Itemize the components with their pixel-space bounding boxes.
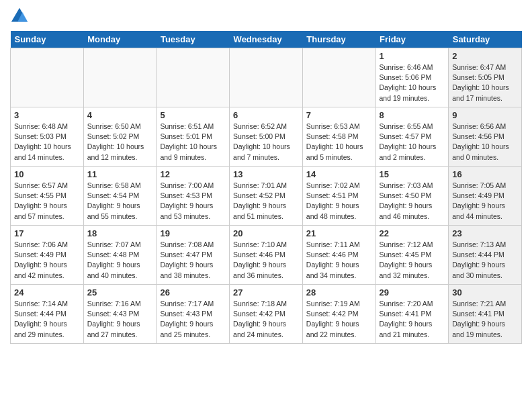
day-number: 26	[160, 287, 226, 298]
day-info: Sunrise: 7:20 AMSunset: 4:41 PMDaylight:…	[380, 299, 445, 340]
day-number: 8	[380, 110, 445, 120]
day-info: Sunrise: 7:16 AMSunset: 4:43 PMDaylight:…	[87, 299, 153, 340]
day-info: Sunrise: 7:00 AMSunset: 4:53 PMDaylight:…	[160, 181, 226, 222]
calendar-table: SundayMondayTuesdayWednesdayThursdayFrid…	[10, 31, 522, 344]
day-info: Sunrise: 7:01 AMSunset: 4:52 PMDaylight:…	[233, 181, 299, 222]
day-number: 21	[306, 228, 372, 238]
calendar-cell: 26Sunrise: 7:17 AMSunset: 4:43 PMDayligh…	[157, 285, 230, 344]
calendar-cell: 20Sunrise: 7:10 AMSunset: 4:46 PMDayligh…	[230, 226, 303, 285]
calendar-cell: 28Sunrise: 7:19 AMSunset: 4:42 PMDayligh…	[302, 285, 375, 344]
calendar-cell: 22Sunrise: 7:12 AMSunset: 4:45 PMDayligh…	[375, 226, 449, 285]
weekday-tuesday: Tuesday	[157, 31, 230, 48]
calendar-cell: 29Sunrise: 7:20 AMSunset: 4:41 PMDayligh…	[375, 285, 449, 344]
week-row-1: 3Sunrise: 6:48 AMSunset: 5:03 PMDaylight…	[11, 107, 522, 167]
day-number: 6	[233, 110, 299, 120]
day-number: 1	[380, 51, 445, 61]
day-number: 27	[233, 287, 299, 298]
weekday-monday: Monday	[83, 31, 157, 48]
day-info: Sunrise: 6:47 AMSunset: 5:05 PMDaylight:…	[452, 62, 518, 103]
day-number: 7	[306, 110, 372, 120]
day-info: Sunrise: 7:11 AMSunset: 4:46 PMDaylight:…	[306, 240, 372, 281]
day-info: Sunrise: 7:14 AMSunset: 4:44 PMDaylight:…	[14, 299, 80, 340]
day-info: Sunrise: 6:53 AMSunset: 4:58 PMDaylight:…	[306, 122, 372, 163]
day-info: Sunrise: 6:52 AMSunset: 5:00 PMDaylight:…	[233, 122, 299, 163]
day-number: 15	[380, 169, 445, 179]
day-number: 13	[233, 169, 299, 179]
header	[10, 7, 522, 26]
calendar-cell: 25Sunrise: 7:16 AMSunset: 4:43 PMDayligh…	[83, 285, 157, 344]
day-info: Sunrise: 7:12 AMSunset: 4:45 PMDaylight:…	[380, 240, 445, 281]
calendar-cell	[157, 48, 230, 107]
day-info: Sunrise: 6:55 AMSunset: 4:57 PMDaylight:…	[380, 122, 445, 163]
weekday-wednesday: Wednesday	[230, 31, 303, 48]
day-number: 2	[452, 51, 518, 61]
weekday-thursday: Thursday	[302, 31, 375, 48]
day-number: 4	[87, 110, 153, 120]
calendar-cell: 14Sunrise: 7:02 AMSunset: 4:51 PMDayligh…	[302, 167, 375, 226]
day-number: 17	[14, 228, 80, 238]
day-info: Sunrise: 6:58 AMSunset: 4:54 PMDaylight:…	[87, 181, 153, 222]
day-info: Sunrise: 6:57 AMSunset: 4:55 PMDaylight:…	[14, 181, 80, 222]
calendar-cell: 21Sunrise: 7:11 AMSunset: 4:46 PMDayligh…	[302, 226, 375, 285]
calendar-cell: 4Sunrise: 6:50 AMSunset: 5:02 PMDaylight…	[83, 107, 157, 167]
day-info: Sunrise: 6:46 AMSunset: 5:06 PMDaylight:…	[380, 62, 445, 103]
calendar-cell: 18Sunrise: 7:07 AMSunset: 4:48 PMDayligh…	[83, 226, 157, 285]
day-number: 19	[160, 228, 226, 238]
weekday-friday: Friday	[375, 31, 449, 48]
calendar-cell: 30Sunrise: 7:21 AMSunset: 4:41 PMDayligh…	[449, 285, 522, 344]
day-info: Sunrise: 7:10 AMSunset: 4:46 PMDaylight:…	[233, 240, 299, 281]
day-info: Sunrise: 7:17 AMSunset: 4:43 PMDaylight:…	[160, 299, 226, 340]
day-info: Sunrise: 7:06 AMSunset: 4:49 PMDaylight:…	[14, 240, 80, 281]
calendar-cell	[11, 48, 84, 107]
day-number: 28	[306, 287, 372, 298]
calendar-cell: 15Sunrise: 7:03 AMSunset: 4:50 PMDayligh…	[375, 167, 449, 226]
calendar-cell: 24Sunrise: 7:14 AMSunset: 4:44 PMDayligh…	[11, 285, 84, 344]
day-number: 14	[306, 169, 372, 179]
day-info: Sunrise: 7:02 AMSunset: 4:51 PMDaylight:…	[306, 181, 372, 222]
page-container: SundayMondayTuesdayWednesdayThursdayFrid…	[0, 0, 532, 347]
weekday-saturday: Saturday	[449, 31, 522, 48]
calendar-cell: 23Sunrise: 7:13 AMSunset: 4:44 PMDayligh…	[449, 226, 522, 285]
day-number: 30	[452, 287, 518, 298]
calendar-cell: 6Sunrise: 6:52 AMSunset: 5:00 PMDaylight…	[230, 107, 303, 167]
day-number: 9	[452, 110, 518, 120]
week-row-3: 17Sunrise: 7:06 AMSunset: 4:49 PMDayligh…	[11, 226, 522, 285]
day-number: 29	[380, 287, 445, 298]
calendar-cell: 13Sunrise: 7:01 AMSunset: 4:52 PMDayligh…	[230, 167, 303, 226]
calendar-cell	[83, 48, 157, 107]
calendar-cell: 9Sunrise: 6:56 AMSunset: 4:56 PMDaylight…	[449, 107, 522, 167]
day-info: Sunrise: 7:19 AMSunset: 4:42 PMDaylight:…	[306, 299, 372, 340]
day-info: Sunrise: 6:50 AMSunset: 5:02 PMDaylight:…	[87, 122, 153, 163]
week-row-0: 1Sunrise: 6:46 AMSunset: 5:06 PMDaylight…	[11, 48, 522, 107]
day-number: 25	[87, 287, 153, 298]
calendar-cell: 19Sunrise: 7:08 AMSunset: 4:47 PMDayligh…	[157, 226, 230, 285]
day-info: Sunrise: 7:05 AMSunset: 4:49 PMDaylight:…	[452, 181, 518, 222]
calendar-cell: 12Sunrise: 7:00 AMSunset: 4:53 PMDayligh…	[157, 167, 230, 226]
calendar-cell: 11Sunrise: 6:58 AMSunset: 4:54 PMDayligh…	[83, 167, 157, 226]
week-row-2: 10Sunrise: 6:57 AMSunset: 4:55 PMDayligh…	[11, 167, 522, 226]
day-number: 22	[380, 228, 445, 238]
weekday-header-row: SundayMondayTuesdayWednesdayThursdayFrid…	[11, 31, 522, 48]
calendar-cell: 3Sunrise: 6:48 AMSunset: 5:03 PMDaylight…	[11, 107, 84, 167]
day-info: Sunrise: 6:56 AMSunset: 4:56 PMDaylight:…	[452, 122, 518, 163]
calendar-cell: 5Sunrise: 6:51 AMSunset: 5:01 PMDaylight…	[157, 107, 230, 167]
day-number: 24	[14, 287, 80, 298]
day-info: Sunrise: 6:48 AMSunset: 5:03 PMDaylight:…	[14, 122, 80, 163]
day-number: 20	[233, 228, 299, 238]
day-number: 5	[160, 110, 226, 120]
day-info: Sunrise: 7:08 AMSunset: 4:47 PMDaylight:…	[160, 240, 226, 281]
day-info: Sunrise: 7:03 AMSunset: 4:50 PMDaylight:…	[380, 181, 445, 222]
logo	[10, 7, 32, 26]
calendar-cell	[230, 48, 303, 107]
weekday-sunday: Sunday	[11, 31, 84, 48]
calendar-cell: 1Sunrise: 6:46 AMSunset: 5:06 PMDaylight…	[375, 48, 449, 107]
day-number: 23	[452, 228, 518, 238]
week-row-4: 24Sunrise: 7:14 AMSunset: 4:44 PMDayligh…	[11, 285, 522, 344]
calendar-cell: 10Sunrise: 6:57 AMSunset: 4:55 PMDayligh…	[11, 167, 84, 226]
day-number: 12	[160, 169, 226, 179]
day-number: 18	[87, 228, 153, 238]
day-info: Sunrise: 6:51 AMSunset: 5:01 PMDaylight:…	[160, 122, 226, 163]
calendar-cell: 8Sunrise: 6:55 AMSunset: 4:57 PMDaylight…	[375, 107, 449, 167]
calendar-cell: 17Sunrise: 7:06 AMSunset: 4:49 PMDayligh…	[11, 226, 84, 285]
logo-icon	[10, 7, 29, 26]
